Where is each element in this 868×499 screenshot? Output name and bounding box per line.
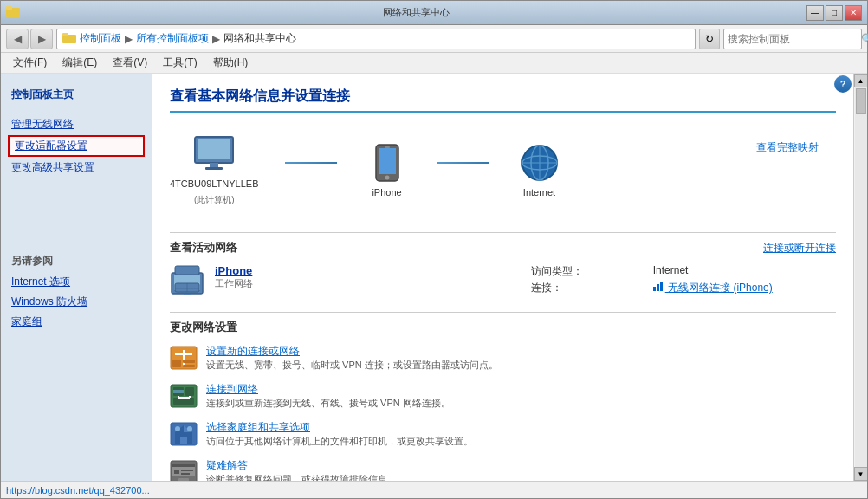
setup-icon (170, 344, 198, 372)
menu-bar: 文件(F) 编辑(E) 查看(V) 工具(T) 帮助(H) (1, 53, 867, 74)
refresh-button[interactable]: ↻ (699, 29, 720, 49)
globe-icon (515, 144, 564, 182)
svg-rect-29 (183, 360, 195, 363)
sidebar-item-change-adapter[interactable]: 更改适配器设置 (8, 135, 145, 157)
page-title: 查看基本网络信息并设置连接 (170, 87, 836, 113)
troubleshoot-link[interactable]: 疑难解答 (206, 458, 836, 473)
homegroup-desc: 访问位于其他网络计算机上的文件和打印机，或更改共享设置。 (206, 436, 473, 446)
menu-tools[interactable]: 工具(T) (156, 53, 204, 73)
forward-button[interactable]: ▶ (30, 29, 53, 49)
connect-link[interactable]: 连接到网络 (206, 382, 836, 397)
active-network-header: 查看活动网络 连接或断开连接 (170, 240, 836, 256)
connect-desc: 连接到或重新连接到无线、有线、拨号或 VPN 网络连接。 (206, 398, 450, 408)
connection-value[interactable]: 无线网络连接 (iPhone) (653, 281, 836, 295)
sidebar: 控制面板主页 管理无线网络 更改适配器设置 更改高级共享设置 另请参阅 Inte… (1, 74, 152, 481)
homegroup-icon (170, 420, 198, 448)
svg-rect-51 (178, 478, 189, 481)
help-button[interactable]: ? (834, 75, 852, 93)
back-button[interactable]: ◀ (6, 29, 29, 49)
divider-1 (170, 232, 836, 233)
svg-rect-48 (174, 470, 179, 474)
connection-line-2 (437, 162, 489, 164)
search-input[interactable] (728, 33, 858, 45)
close-button[interactable]: ✕ (845, 5, 862, 21)
svg-rect-21 (175, 266, 199, 275)
svg-rect-6 (210, 163, 218, 167)
svg-rect-30 (183, 365, 195, 367)
settings-item-homegroup: 选择家庭组和共享选项 访问位于其他网络计算机上的文件和打印机，或更改共享设置。 (170, 420, 836, 448)
settings-text-troubleshoot: 疑难解答 诊断并修复网络问题，或获得故障排除信息。 (206, 458, 836, 481)
svg-rect-50 (181, 473, 190, 475)
divider-2 (170, 312, 836, 313)
settings-text-homegroup: 选择家庭组和共享选项 访问位于其他网络计算机上的文件和打印机，或更改共享设置。 (206, 420, 836, 448)
active-network-title: 查看活动网络 (170, 240, 237, 256)
connect-icon (170, 382, 198, 410)
address-bar: ◀ ▶ 控制面板 ▶ 所有控制面板项 ▶ 网络和共享中心 ↻ 🔍 (1, 25, 867, 53)
network-name-info: iPhone 工作网络 (215, 264, 521, 290)
svg-point-43 (175, 426, 180, 431)
homegroup-link[interactable]: 选择家庭组和共享选项 (206, 420, 836, 435)
active-network-section: 查看活动网络 连接或断开连接 (170, 240, 836, 298)
svg-rect-35 (173, 398, 194, 405)
search-bar: 🔍 (723, 29, 862, 49)
iphone-label: iPhone (372, 187, 401, 198)
sidebar-item-change-advanced[interactable]: 更改高级共享设置 (1, 158, 152, 178)
troubleshoot-desc: 诊断并修复网络问题，或获得故障排除信息。 (206, 474, 397, 481)
network-name-link[interactable]: iPhone (215, 264, 521, 277)
status-bar: https://blog.csdn.net/qq_432700... (1, 481, 867, 498)
svg-point-10 (385, 176, 389, 180)
scroll-up-button[interactable]: ▲ (854, 74, 868, 87)
scroll-thumb[interactable] (856, 88, 866, 114)
minimize-button[interactable]: — (806, 5, 824, 21)
svg-rect-7 (205, 167, 223, 170)
setup-link[interactable]: 设置新的连接或网络 (206, 344, 836, 359)
svg-rect-3 (62, 33, 68, 36)
scroll-down-button[interactable]: ▼ (854, 467, 868, 481)
window-controls: — □ ✕ (806, 5, 862, 21)
setup-desc: 设置无线、宽带、拨号、临时或 VPN 连接；或设置路由器或访问点。 (206, 360, 498, 370)
sidebar-item-manage-wireless[interactable]: 管理无线网络 (1, 114, 152, 134)
connection-value-text: 无线网络连接 (iPhone) (668, 282, 773, 294)
settings-section: 更改网络设置 设置新的连接或网络 (170, 320, 836, 481)
svg-rect-19 (184, 294, 191, 295)
internet-label: Internet (523, 187, 555, 198)
menu-help[interactable]: 帮助(H) (206, 53, 256, 73)
network-type-label: 工作网络 (215, 277, 521, 290)
svg-rect-5 (198, 139, 230, 159)
internet-node: Internet (515, 144, 564, 198)
settings-text-connect: 连接到网络 连接到或重新连接到无线、有线、拨号或 VPN 网络连接。 (206, 382, 836, 410)
settings-text-setup: 设置新的连接或网络 设置无线、宽带、拨号、临时或 VPN 连接；或设置路由器或访… (206, 344, 836, 372)
menu-view[interactable]: 查看(V) (106, 53, 154, 73)
breadcrumb: 控制面板 ▶ 所有控制面板项 ▶ 网络和共享中心 (56, 29, 696, 49)
breadcrumb-control-panel[interactable]: 控制面板 (80, 31, 121, 46)
sidebar-item-internet-options[interactable]: Internet 选项 (1, 272, 152, 292)
svg-rect-1 (6, 6, 12, 10)
nav-buttons: ◀ ▶ (6, 29, 53, 49)
breadcrumb-all-items[interactable]: 所有控制面板项 (136, 31, 209, 46)
settings-section-title: 更改网络设置 (170, 320, 836, 335)
sidebar-item-homegroup[interactable]: 家庭组 (1, 312, 152, 332)
settings-item-troubleshoot: 疑难解答 诊断并修复网络问题，或获得故障排除信息。 (170, 458, 836, 481)
breadcrumb-current: 网络和共享中心 (223, 31, 296, 46)
sidebar-item-windows-firewall[interactable]: Windows 防火墙 (1, 292, 152, 312)
sidebar-main-title[interactable]: 控制面板主页 (1, 82, 152, 106)
computer-sublabel: (此计算机) (194, 194, 235, 206)
menu-edit[interactable]: 编辑(E) (55, 53, 104, 73)
scrollbar: ▲ ▼ (853, 74, 867, 481)
view-full-map-link[interactable]: 查看完整映射 (756, 140, 819, 155)
svg-rect-47 (172, 464, 195, 467)
network-type-icon (170, 264, 204, 298)
maximize-button[interactable]: □ (826, 5, 843, 21)
svg-rect-11 (385, 146, 390, 148)
menu-file[interactable]: 文件(F) (6, 53, 54, 73)
svg-point-44 (187, 426, 192, 431)
svg-rect-28 (172, 360, 181, 367)
sidebar-footer-title: 另请参阅 (1, 247, 152, 272)
connection-line-1 (285, 162, 337, 164)
scroll-track (855, 87, 867, 467)
network-diagram: 查看完整映射 (170, 126, 836, 215)
computer-node: 4TCBU09LTNYLLEB (此计算机) (170, 135, 259, 206)
connect-disconnect-link[interactable]: 连接或断开连接 (763, 241, 836, 256)
settings-item-connect: 连接到网络 连接到或重新连接到无线、有线、拨号或 VPN 网络连接。 (170, 382, 836, 410)
svg-rect-49 (181, 470, 193, 471)
